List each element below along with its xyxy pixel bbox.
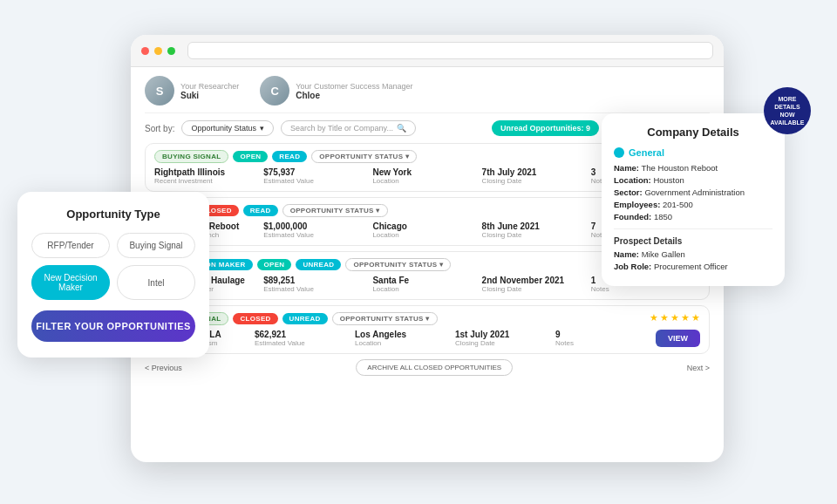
opp-status-dropdown-4[interactable]: Opportunity Status ▾ <box>332 312 438 325</box>
name-label: Name: <box>614 163 639 173</box>
prospect-name-row: Name: Mike Gallen <box>614 249 772 259</box>
tag-closed-4: CLOSED <box>233 313 277 324</box>
sector-label: Sector: <box>614 187 643 197</box>
close-dot <box>141 47 149 55</box>
est-value-3: $89,251 <box>263 276 372 285</box>
researcher-name: Suki <box>180 91 239 100</box>
opp-type-grid: RFP/Tender Buying Signal New Decision Ma… <box>31 233 195 300</box>
cell-notes-4: 9 Notes <box>555 330 656 347</box>
opp-type-rfp[interactable]: RFP/Tender <box>31 233 110 258</box>
tag-read: READ <box>272 151 307 162</box>
next-button[interactable]: Next > <box>687 364 710 372</box>
opp-status-dropdown[interactable]: Opportunity Status ▾ <box>311 150 417 163</box>
filter-opportunities-button[interactable]: FILTER YOUR OPPORTUNITIES <box>31 310 195 342</box>
sector-value: Government Administration <box>644 187 745 197</box>
tag-open: OPEN <box>233 151 268 162</box>
founded-label: Founded: <box>614 212 651 221</box>
est-value-2: $1,000,000 <box>263 221 372 231</box>
cell-company-1: Rightpath Illinois Recent Investment <box>154 167 263 185</box>
researcher-block: S Your Researcher Suki <box>145 76 239 106</box>
est-value-label-2: Estimated Value <box>263 231 372 239</box>
stars-row-4: ★ ★ ★ ★ ★ <box>650 312 700 324</box>
cell-value-4: $62,921 Estimated Value <box>255 330 355 347</box>
cell-location-4: Los Angeles Location <box>355 330 455 347</box>
prospect-name-label: Name: <box>614 249 639 259</box>
closing-date-2: 8th June 2021 <box>482 221 591 231</box>
search-box[interactable]: Search by Title or Company... 🔍 <box>281 120 416 136</box>
tag-unread-3: UNREAD <box>296 259 341 270</box>
tag-buying-signal: BUYING SIGNAL <box>154 150 228 163</box>
location-1: New York <box>372 167 481 177</box>
tag-unread-4: UNREAD <box>282 313 328 324</box>
prev-button[interactable]: < Previous <box>145 364 182 372</box>
search-placeholder: Search by Title or Company... <box>290 124 393 133</box>
est-value-1: $75,937 <box>263 167 372 177</box>
company-name-1: Rightpath Illinois <box>154 167 263 177</box>
star-4-4: ★ <box>681 312 690 324</box>
location-label-1: Location <box>372 177 481 185</box>
badge-line3: NOW <box>779 111 794 119</box>
prospect-title: Prospect Details <box>614 236 772 246</box>
tag-read-2: READ <box>243 205 278 216</box>
location-label-3: Location <box>372 285 481 293</box>
job-role-label: Job Role: <box>614 262 651 271</box>
person-icon <box>614 147 624 158</box>
general-section-title: General <box>614 147 772 158</box>
researcher-label: Your Researcher <box>180 82 239 91</box>
badge-line1: MORE <box>779 95 797 103</box>
opp-type-title: Opportunity Type <box>31 208 195 221</box>
csm-info: Your Customer Success Manager Chloe <box>296 82 412 100</box>
closing-label-4: Closing Date <box>455 339 555 347</box>
star-4-5: ★ <box>691 312 700 324</box>
company-name-row: Name: The Houston Reboot <box>614 163 772 173</box>
maximize-dot <box>167 47 175 55</box>
est-value-label-4: Estimated Value <box>255 339 355 347</box>
opp-type-buying[interactable]: Buying Signal <box>117 233 195 258</box>
unread-badge: Unread Opportunities: 9 <box>492 120 599 136</box>
location-value: Houston <box>653 175 684 185</box>
closing-label-2: Closing Date <box>482 231 591 239</box>
est-value-4: $62,921 <box>255 330 355 339</box>
location-label-4: Location <box>355 339 455 347</box>
researcher-info: Your Researcher Suki <box>180 82 239 100</box>
opp-status-dropdown-2[interactable]: Opportunity Status ▾ <box>282 204 388 217</box>
cell-location-3: Santa Fe Location <box>372 276 481 293</box>
more-details-badge[interactable]: MORE DETAILS NOW AVAILABLE <box>764 87 811 134</box>
researcher-avatar: S <box>145 76 174 106</box>
row-tags-1: BUYING SIGNAL OPEN READ Opportunity Stat… <box>154 150 417 163</box>
company-sector-row: Sector: Government Administration <box>614 187 772 197</box>
job-role-value: Procurement Officer <box>654 262 728 271</box>
opp-type-intel[interactable]: Intel <box>117 265 195 300</box>
closing-label-1: Closing Date <box>482 177 591 185</box>
company-details-panel: Company Details General Name: The Housto… <box>602 113 785 286</box>
panel-title: Company Details <box>614 126 772 139</box>
csm-block: C Your Customer Success Manager Chloe <box>260 76 412 106</box>
sort-dropdown[interactable]: Opportunity Status ▾ <box>181 120 274 136</box>
cell-date-3: 2nd November 2021 Closing Date <box>482 276 591 293</box>
cell-date-4: 1st July 2021 Closing Date <box>455 330 555 347</box>
opp-type-decision[interactable]: New Decision Maker <box>31 265 110 300</box>
cell-value-3: $89,251 Estimated Value <box>263 276 372 293</box>
pagination: < Previous ARCHIVE ALL CLOSED OPPORTUNIT… <box>145 359 710 376</box>
name-value: The Houston Reboot <box>642 163 718 173</box>
archive-button[interactable]: ARCHIVE ALL CLOSED OPPORTUNITIES <box>356 359 513 376</box>
star-4-3: ★ <box>670 312 679 324</box>
star-4-2: ★ <box>660 312 669 324</box>
csm-label: Your Customer Success Manager <box>296 82 412 91</box>
address-bar[interactable] <box>187 42 713 59</box>
cell-date-1: 7th July 2021 Closing Date <box>482 167 591 185</box>
est-value-label-3: Estimated Value <box>263 285 372 293</box>
cell-location-2: Chicago Location <box>372 221 481 239</box>
closing-label-3: Closing Date <box>482 285 591 293</box>
founded-value: 1850 <box>654 212 672 221</box>
company-employees-row: Employees: 201-500 <box>614 200 772 209</box>
view-button[interactable]: VIEW <box>656 330 700 347</box>
panel-divider <box>614 228 772 229</box>
opp-status-dropdown-3[interactable]: Opportunity Status ▾ <box>345 258 451 271</box>
prospect-job-row: Job Role: Procurement Officer <box>614 262 772 271</box>
csm-name: Chloe <box>296 91 412 100</box>
search-icon: 🔍 <box>397 124 406 133</box>
cell-location-1: New York Location <box>372 167 481 185</box>
opportunity-type-panel: Opportunity Type RFP/Tender Buying Signa… <box>17 192 209 358</box>
sort-value: Opportunity Status <box>191 124 256 133</box>
